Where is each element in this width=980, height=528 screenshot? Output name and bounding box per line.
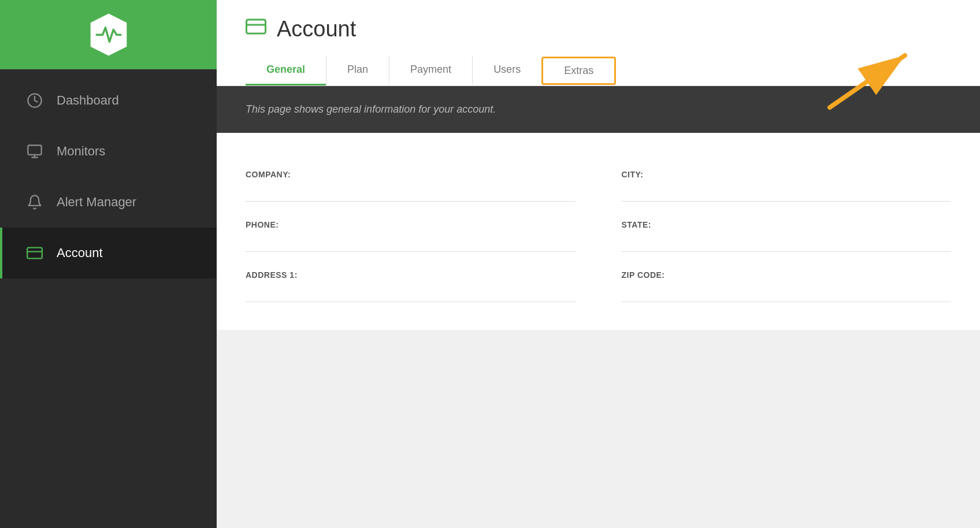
tabs-container: General Plan Payment Users Extras [246,55,951,85]
field-address1: ADDRESS 1: [246,256,576,302]
page-title: Account [277,17,356,42]
address1-input[interactable] [246,287,576,302]
bell-icon [25,193,44,211]
field-state-label: STATE: [622,220,952,229]
field-zip-label: ZIP CODE: [622,270,952,280]
tabs: General Plan Payment Users Extras [246,55,951,85]
phone-input[interactable] [246,236,576,251]
sidebar: Dashboard Monitors Alert Manager [0,0,217,528]
sidebar-item-dashboard-label: Dashboard [57,93,119,108]
field-address1-label: ADDRESS 1: [246,270,576,280]
form-right-column: CITY: STATE: ZIP CODE: [622,156,952,307]
form-grid: COMPANY: PHONE: ADDRESS 1: CITY [246,156,951,307]
city-input[interactable] [622,186,952,201]
page-account-icon [246,16,266,42]
sidebar-item-dashboard[interactable]: Dashboard [0,75,217,126]
zip-input[interactable] [622,287,952,302]
tab-payment[interactable]: Payment [389,55,472,85]
sidebar-logo [0,0,217,69]
sidebar-item-account-label: Account [57,246,103,261]
logo-icon [86,12,132,58]
field-city-label: CITY: [622,170,952,179]
svg-rect-7 [247,20,266,34]
field-city: CITY: [622,156,952,202]
main-content: Account General Plan Payment Users Extra… [217,0,980,528]
card-icon [25,244,44,262]
state-input[interactable] [622,236,952,251]
tab-users[interactable]: Users [472,55,541,85]
content-area: This page shows general information for … [217,86,980,528]
form-section: COMPANY: PHONE: ADDRESS 1: CITY [217,133,980,330]
tab-extras[interactable]: Extras [541,57,616,85]
sidebar-item-monitors[interactable]: Monitors [0,126,217,177]
sidebar-item-monitors-label: Monitors [57,144,105,159]
sidebar-item-account[interactable]: Account [0,228,217,278]
company-input[interactable] [246,186,576,201]
page-title-row: Account [246,16,951,42]
sidebar-item-alert-manager[interactable]: Alert Manager [0,177,217,228]
field-state: STATE: [622,206,952,252]
field-zip: ZIP CODE: [622,256,952,302]
sidebar-item-alert-manager-label: Alert Manager [57,195,136,210]
info-banner-text: This page shows general information for … [246,103,951,116]
form-left-column: COMPANY: PHONE: ADDRESS 1: [246,156,576,307]
monitor-icon [25,142,44,161]
svg-rect-2 [28,146,41,155]
info-banner: This page shows general information for … [217,86,980,133]
sidebar-nav: Dashboard Monitors Alert Manager [0,69,217,278]
field-company: COMPANY: [246,156,576,202]
svg-rect-5 [27,248,42,259]
field-company-label: COMPANY: [246,170,576,179]
clock-icon [25,91,44,110]
page-header: Account General Plan Payment Users Extra… [217,0,980,86]
tab-general[interactable]: General [246,55,326,85]
field-phone: PHONE: [246,206,576,252]
tab-plan[interactable]: Plan [326,55,389,85]
field-phone-label: PHONE: [246,220,576,229]
